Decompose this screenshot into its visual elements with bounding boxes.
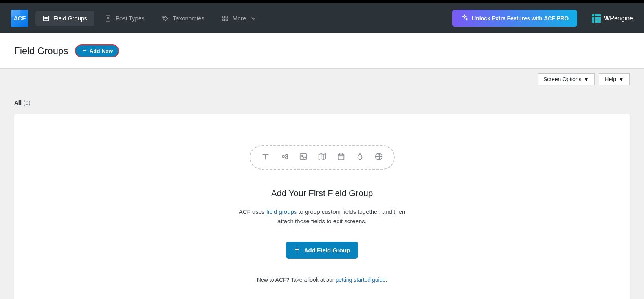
wpengine-brand[interactable]: WPengine <box>592 14 633 23</box>
grid-icon <box>222 15 229 22</box>
globe-icon <box>374 152 383 162</box>
caret-down-icon: ▼ <box>583 76 589 82</box>
plus-icon <box>81 47 87 54</box>
screen-toolbar: Screen Options▼ Help▼ <box>0 69 644 85</box>
help-label: Help <box>605 76 616 82</box>
svg-rect-9 <box>223 19 225 21</box>
getting-started-link[interactable]: getting started guide <box>336 277 385 283</box>
svg-point-14 <box>301 155 303 157</box>
window-top-bar <box>0 0 644 3</box>
image-icon <box>299 152 308 162</box>
text-icon <box>261 152 270 162</box>
acf-logo-text: ACF <box>14 15 26 22</box>
wpengine-text: WPengine <box>604 15 633 22</box>
nav-taxonomies[interactable]: Taxonomies <box>155 11 211 26</box>
filter-row: All (0) <box>0 85 644 111</box>
unlock-label: Unlock Extra Features with ACF PRO <box>472 15 569 22</box>
svg-rect-8 <box>226 16 228 18</box>
footnote: New to ACF? Take a look at our getting s… <box>257 277 387 283</box>
empty-description: ACF uses field groups to group custom fi… <box>232 207 413 226</box>
nav-more[interactable]: More <box>215 11 264 26</box>
caret-down-icon: ▼ <box>618 76 624 82</box>
filter-all[interactable]: All <box>14 99 22 106</box>
list-icon <box>42 15 50 22</box>
plus-icon <box>294 246 300 254</box>
nav-label: Field Groups <box>53 15 87 22</box>
screen-options-button[interactable]: Screen Options▼ <box>538 73 595 85</box>
acf-logo[interactable]: ACF <box>11 10 28 27</box>
unlock-pro-button[interactable]: Unlock Extra Features with ACF PRO <box>452 10 577 27</box>
nav-label: More <box>233 15 246 22</box>
help-button[interactable]: Help▼ <box>599 73 630 85</box>
add-field-group-button[interactable]: Add Field Group <box>286 242 358 259</box>
page-title: Field Groups <box>14 46 68 57</box>
nav-items: Field Groups Post Types Taxonomies More <box>35 11 445 26</box>
svg-rect-13 <box>300 154 306 160</box>
add-field-group-label: Add Field Group <box>304 247 350 253</box>
svg-point-6 <box>163 16 164 17</box>
svg-rect-10 <box>226 19 228 21</box>
field-type-icons <box>250 145 395 170</box>
empty-state-card: Add Your First Field Group ACF uses fiel… <box>14 114 630 299</box>
tag-icon <box>162 15 169 22</box>
sparkle-icon <box>461 14 468 22</box>
document-icon <box>105 15 112 22</box>
infinity-icon <box>280 152 289 162</box>
wpengine-icon <box>592 14 601 23</box>
filter-count: (0) <box>23 99 30 106</box>
empty-title: Add Your First Field Group <box>271 188 373 199</box>
nav-label: Taxonomies <box>173 15 204 22</box>
nav-post-types[interactable]: Post Types <box>97 11 152 26</box>
screen-options-label: Screen Options <box>543 76 582 82</box>
calendar-icon <box>337 152 345 162</box>
add-new-button[interactable]: Add New <box>75 44 119 57</box>
map-icon <box>318 152 327 162</box>
chevron-down-icon <box>250 15 257 22</box>
page-header: Field Groups Add New <box>0 33 644 69</box>
svg-rect-7 <box>223 16 225 18</box>
droplet-icon <box>356 152 364 162</box>
top-nav: ACF Field Groups Post Types Taxonomies M… <box>0 3 644 33</box>
nav-label: Post Types <box>116 15 145 22</box>
field-groups-link[interactable]: field groups <box>266 208 297 215</box>
add-new-label: Add New <box>89 48 113 54</box>
nav-field-groups[interactable]: Field Groups <box>35 11 94 26</box>
svg-rect-17 <box>338 154 344 160</box>
